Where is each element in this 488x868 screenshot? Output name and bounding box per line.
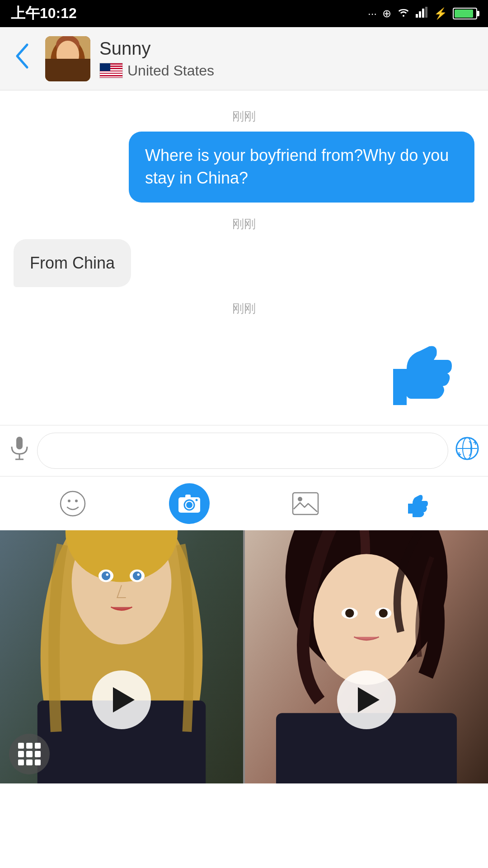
nav-bar: Sunny United States <box>0 27 488 90</box>
battery-icon <box>453 8 477 19</box>
svg-rect-11 <box>16 437 23 449</box>
svg-point-7 <box>56 36 80 55</box>
country-name: United States <box>127 62 214 79</box>
sent-message-row: Where is your boyfriend from?Why do you … <box>14 132 474 203</box>
photo-bg-right <box>245 530 488 783</box>
svg-point-33 <box>102 571 110 580</box>
received-bubble: From China <box>14 239 131 287</box>
svg-point-46 <box>379 609 388 618</box>
grid-button[interactable] <box>9 734 50 774</box>
input-area <box>0 425 488 476</box>
signal-bars-icon <box>416 7 428 20</box>
back-button[interactable] <box>9 42 36 75</box>
sent-message-text: Where is your boyfriend from?Why do you … <box>145 146 449 187</box>
svg-point-17 <box>61 491 85 516</box>
svg-point-24 <box>195 499 197 501</box>
status-bar: 上午10:12 ··· ⊕ ⚡ <box>0 0 488 27</box>
thumbs-up-reaction <box>14 328 474 425</box>
status-time: 上午10:12 <box>11 4 77 24</box>
svg-rect-3 <box>425 7 427 18</box>
svg-point-9 <box>70 51 73 53</box>
contact-info: Sunny United States <box>99 38 214 79</box>
svg-rect-25 <box>293 493 318 514</box>
chat-area: 刚刚 Where is your boyfriend from?Why do y… <box>0 90 488 425</box>
received-message-row: From China <box>14 239 474 287</box>
svg-rect-2 <box>422 9 424 18</box>
play-arrow-left <box>113 687 135 712</box>
wifi-icon <box>397 7 410 20</box>
svg-point-19 <box>75 500 78 502</box>
svg-rect-23 <box>185 495 191 498</box>
photo-right[interactable] <box>245 530 488 783</box>
signal-dots-icon: ··· <box>368 7 377 20</box>
photo-left[interactable] <box>0 530 243 783</box>
flag-icon <box>99 63 123 78</box>
hotspot-icon: ⊕ <box>382 7 391 20</box>
svg-rect-0 <box>416 14 418 18</box>
svg-point-22 <box>186 502 192 508</box>
timestamp-1: 刚刚 <box>14 108 474 124</box>
svg-point-6 <box>58 41 78 66</box>
timestamp-2: 刚刚 <box>14 216 474 232</box>
emoji-button[interactable] <box>59 490 86 517</box>
svg-point-37 <box>137 573 140 576</box>
status-icons: ··· ⊕ ⚡ <box>368 7 477 20</box>
translate-button[interactable] <box>455 437 479 465</box>
svg-point-18 <box>68 500 70 502</box>
bottom-toolbar <box>0 476 488 530</box>
contact-name: Sunny <box>99 38 214 59</box>
svg-point-34 <box>106 573 109 576</box>
svg-rect-1 <box>419 11 421 18</box>
camera-button[interactable] <box>169 483 210 524</box>
svg-point-44 <box>345 609 354 618</box>
thumbs-up-button[interactable] <box>402 490 429 517</box>
photo-grid <box>0 530 488 783</box>
received-message-text: From China <box>30 254 115 272</box>
grid-dots-icon <box>18 743 41 765</box>
image-button[interactable] <box>292 491 319 516</box>
svg-point-10 <box>52 68 84 81</box>
svg-point-26 <box>298 497 302 501</box>
play-arrow-right <box>358 687 380 712</box>
sent-bubble: Where is your boyfriend from?Why do you … <box>129 132 474 203</box>
avatar[interactable] <box>45 36 90 81</box>
mic-button[interactable] <box>9 436 30 466</box>
charging-icon: ⚡ <box>434 7 447 20</box>
play-button-left[interactable] <box>92 670 151 729</box>
svg-point-36 <box>133 571 141 580</box>
play-button-right[interactable] <box>337 670 396 729</box>
svg-point-8 <box>63 51 66 53</box>
svg-rect-4 <box>45 36 90 81</box>
timestamp-3: 刚刚 <box>14 301 474 316</box>
message-input[interactable] <box>37 433 448 469</box>
contact-country: United States <box>99 62 214 79</box>
